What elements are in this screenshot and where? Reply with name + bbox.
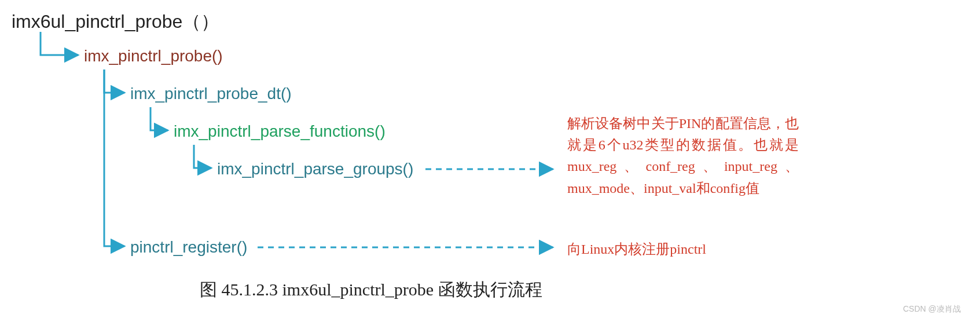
node-imx-pinctrl-probe-dt: imx_pinctrl_probe_dt() xyxy=(130,84,292,104)
edge-root-n1 xyxy=(41,32,78,55)
note-parse-groups: 解析设备树中关于PIN的配置信息，也就是6个u32类型的数据值。也就是mux_r… xyxy=(567,113,799,199)
node-imx-pinctrl-parse-functions: imx_pinctrl_parse_functions() xyxy=(174,122,386,141)
node-imx-pinctrl-probe: imx_pinctrl_probe() xyxy=(84,46,223,66)
node-imx-pinctrl-parse-groups: imx_pinctrl_parse_groups() xyxy=(217,159,413,179)
edge-n3-n4 xyxy=(194,145,211,168)
node-pinctrl-register: pinctrl_register() xyxy=(130,237,247,257)
edge-n1-n5 xyxy=(104,70,124,246)
note-register: 向Linux内核注册pinctrl xyxy=(567,239,706,260)
edge-n2-n3 xyxy=(151,107,168,130)
edge-n1-n2 xyxy=(104,70,124,93)
node-root: imx6ul_pinctrl_probe（） xyxy=(12,10,219,32)
figure-caption: 图 45.1.2.3 imx6ul_pinctrl_probe 函数执行流程 xyxy=(200,278,542,302)
watermark: CSDN @凌肖战 xyxy=(903,304,961,315)
